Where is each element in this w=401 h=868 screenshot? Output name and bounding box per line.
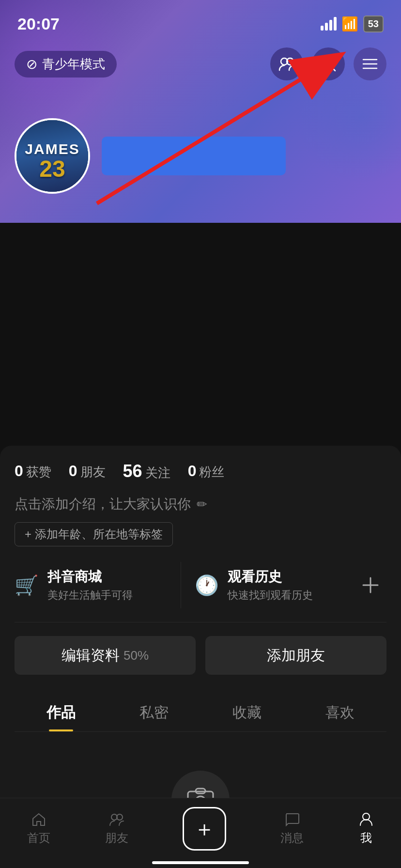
status-bar: 20:07 📶 53 — [0, 0, 401, 39]
nav-icons — [270, 47, 386, 80]
nav-messages-label: 消息 — [280, 830, 304, 846]
status-icons: 📶 53 — [321, 16, 384, 32]
following-stat[interactable]: 56 关注 — [123, 461, 170, 481]
youth-mode-icon: ⊘ — [26, 56, 37, 72]
svg-line-3 — [331, 66, 335, 71]
shop-icon: 🛒 — [15, 574, 39, 597]
tab-private-label: 私密 — [139, 704, 169, 720]
history-sub: 快速找到观看历史 — [228, 588, 313, 603]
bio-row[interactable]: 点击添加介绍，让大家认识你 ✏ — [15, 495, 386, 513]
action-row: 编辑资料 50% 添加朋友 — [15, 636, 386, 675]
bio-text: 点击添加介绍，让大家认识你 — [15, 495, 191, 513]
menu-icon-button[interactable] — [354, 47, 386, 80]
nav-home-label: 首页 — [27, 830, 50, 846]
bottom-nav: 首页 朋友 ＋ 消息 我 — [0, 798, 401, 868]
nav-friends[interactable]: 朋友 — [105, 812, 128, 846]
search-icon-button[interactable] — [312, 47, 345, 80]
nav-messages[interactable]: 消息 — [280, 812, 304, 846]
youth-mode-label: 青少年模式 — [42, 56, 105, 73]
stats-row: 0 获赞 0 朋友 56 关注 0 粉丝 — [15, 461, 386, 481]
tab-private[interactable]: 私密 — [108, 692, 200, 731]
top-nav: ⊘ 青少年模式 — [0, 39, 401, 89]
add-tag-button[interactable]: + 添加年龄、所在地等标签 — [15, 522, 173, 546]
likes-label: 获赞 — [26, 464, 51, 480]
tab-likes[interactable]: 喜欢 — [293, 692, 386, 731]
shortcut-shop[interactable]: 🛒 抖音商城 美好生活触手可得 — [15, 562, 175, 608]
home-indicator — [152, 861, 249, 864]
shop-title: 抖音商城 — [47, 568, 133, 586]
tab-works[interactable]: 作品 — [15, 692, 108, 731]
friends-icon-button[interactable] — [270, 47, 303, 80]
shortcut-history[interactable]: 🕐 观看历史 快速找到观看历史 — [181, 562, 355, 608]
nav-profile[interactable]: 我 — [358, 812, 374, 846]
tab-favorites[interactable]: 收藏 — [200, 692, 293, 731]
add-tag-label: + 添加年龄、所在地等标签 — [25, 527, 163, 542]
header-background: 20:07 📶 53 ⊘ 青少年模式 — [0, 0, 401, 223]
content-tabs: 作品 私密 收藏 喜欢 — [15, 692, 386, 732]
edit-profile-label: 编辑资料 — [62, 646, 120, 666]
nav-create-button[interactable]: ＋ — [183, 807, 226, 851]
tab-works-label: 作品 — [46, 704, 76, 720]
followers-label: 粉丝 — [199, 464, 224, 480]
followers-stat: 0 粉丝 — [188, 462, 225, 480]
jersey-name: JAMES — [25, 141, 79, 157]
friends-label: 朋友 — [80, 464, 106, 480]
following-count: 56 — [123, 461, 142, 481]
shortcuts-row: 🛒 抖音商城 美好生活触手可得 🕐 观看历史 快速找到观看历史 — [15, 562, 386, 622]
add-friend-label: 添加朋友 — [267, 646, 325, 666]
svg-point-16 — [363, 813, 370, 820]
history-title: 观看历史 — [228, 568, 313, 586]
edit-bio-icon: ✏ — [197, 497, 207, 512]
nav-create-icon: ＋ — [194, 815, 215, 843]
shortcut-shop-text: 抖音商城 美好生活触手可得 — [47, 568, 133, 603]
signal-icon — [321, 17, 337, 31]
shop-sub: 美好生活触手可得 — [47, 588, 133, 603]
shortcut-history-text: 观看历史 快速找到观看历史 — [228, 568, 313, 603]
tags-row: + 添加年龄、所在地等标签 — [15, 522, 386, 546]
jersey-number: 23 — [25, 157, 79, 181]
history-icon: 🕐 — [195, 574, 219, 597]
profile-area: JAMES 23 — [15, 118, 286, 194]
wifi-icon: 📶 — [341, 16, 358, 32]
edit-profile-progress: 50% — [123, 648, 149, 663]
username-box — [102, 137, 286, 175]
friends-stat: 0 朋友 — [69, 462, 106, 480]
add-friend-button[interactable]: 添加朋友 — [205, 636, 386, 675]
status-time: 20:07 — [17, 15, 60, 33]
tab-favorites-label: 收藏 — [232, 704, 262, 720]
youth-mode-badge[interactable]: ⊘ 青少年模式 — [15, 51, 117, 78]
following-label: 关注 — [145, 465, 170, 481]
tab-likes-label: 喜欢 — [325, 704, 355, 720]
followers-count: 0 — [188, 462, 197, 480]
nav-profile-label: 我 — [360, 830, 372, 846]
avatar[interactable]: JAMES 23 — [15, 118, 90, 194]
likes-count: 0 — [15, 462, 23, 480]
shortcut-extra-icon[interactable] — [355, 562, 386, 608]
avatar-inner: JAMES 23 — [16, 120, 88, 192]
battery-icon: 53 — [363, 16, 384, 32]
nav-friends-label: 朋友 — [105, 830, 128, 846]
likes-stat: 0 获赞 — [15, 462, 51, 480]
friends-count: 0 — [69, 462, 77, 480]
edit-profile-button[interactable]: 编辑资料 50% — [15, 636, 196, 675]
nav-home[interactable]: 首页 — [27, 812, 50, 846]
